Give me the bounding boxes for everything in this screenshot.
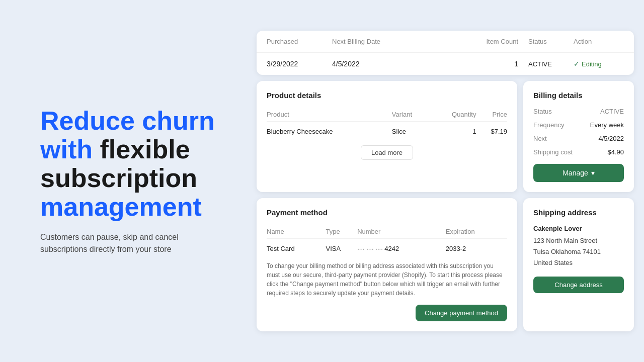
change-payment-button[interactable]: Change payment method <box>416 305 507 321</box>
billing-frequency-row: Frequency Every week <box>533 121 624 129</box>
payment-table: Name Type Number Expiration Test Card VI… <box>267 225 507 254</box>
col-price: Price <box>476 108 507 122</box>
product-variant: Slice <box>392 122 430 140</box>
hero-title: Reduce churn with flexible subscription … <box>40 107 221 222</box>
col-header-action: Action <box>574 38 624 45</box>
billing-status-row: Status ACTIVE <box>533 108 624 115</box>
product-name: Blueberry Cheesecake <box>267 122 392 140</box>
payment-name: Test Card <box>267 239 326 255</box>
hero-subtitle: Customers can pause, skip and cancel sub… <box>40 231 221 255</box>
billing-details-card: Billing details Status ACTIVE Frequency … <box>523 81 634 192</box>
billing-shipping-value: $4.90 <box>607 148 624 156</box>
billing-frequency-value: Every week <box>590 121 624 129</box>
hero-line1: Reduce churn <box>40 106 215 135</box>
hero-line2-dark: flexible <box>100 135 190 164</box>
subscription-header: Purchased Next Billing Date Item Count S… <box>257 31 634 53</box>
billing-next-row: Next 4/5/2022 <box>533 135 624 142</box>
col-header-status: Status <box>518 38 574 45</box>
payment-type: VISA <box>326 239 358 255</box>
bottom-grid: Payment method Name Type Number Expirati… <box>257 198 634 331</box>
subscription-card: Purchased Next Billing Date Item Count S… <box>257 31 634 75</box>
product-table: Product Variant Quantity Price Blueberry… <box>267 108 507 139</box>
shipping-street: 123 North Main Street <box>533 235 624 246</box>
col-number: Number <box>357 225 446 239</box>
product-row: Blueberry Cheesecake Slice 1 $7.19 <box>267 122 507 140</box>
sub-status: ACTIVE <box>518 60 574 68</box>
change-address-button[interactable]: Change address <box>533 277 624 293</box>
shipping-address-card: Shipping address Cakenpie Lover 123 Nort… <box>523 198 634 331</box>
payment-number: ···· ···· ···· 4242 <box>357 239 446 255</box>
product-quantity: 1 <box>430 122 476 140</box>
hero-line2-blue: with <box>40 135 93 164</box>
col-header-count: Item Count <box>468 38 518 45</box>
payment-expiration: 2033-2 <box>446 239 507 255</box>
manage-button[interactable]: Manage ▾ <box>533 164 624 182</box>
sub-purchased: 3/29/2022 <box>267 60 332 68</box>
shipping-city-state: Tulsa Oklahoma 74101 <box>533 246 624 257</box>
col-product: Product <box>267 108 392 122</box>
check-icon: ✓ <box>574 60 580 68</box>
col-variant: Variant <box>392 108 430 122</box>
sub-item-count: 1 <box>468 60 518 68</box>
col-type: Type <box>326 225 358 239</box>
product-details-title: Product details <box>267 91 507 100</box>
main-grid: Product details Product Variant Quantity… <box>257 81 634 192</box>
billing-details-title: Billing details <box>533 91 624 100</box>
sub-action: ✓ Editing <box>574 60 624 68</box>
billing-status-value: ACTIVE <box>600 108 624 115</box>
subscription-row: 3/29/2022 4/5/2022 1 ACTIVE ✓ Editing <box>257 53 634 75</box>
payment-row: Test Card VISA ···· ···· ···· 4242 2033-… <box>267 239 507 255</box>
left-panel: Reduce churn with flexible subscription … <box>0 76 252 286</box>
load-more-button[interactable]: Load more <box>361 145 413 160</box>
payment-method-card: Payment method Name Type Number Expirati… <box>257 198 517 331</box>
billing-frequency-label: Frequency <box>533 121 564 129</box>
shipping-country: United States <box>533 257 624 268</box>
col-expiration: Expiration <box>446 225 507 239</box>
shipping-address-lines: 123 North Main Street Tulsa Oklahoma 741… <box>533 235 624 268</box>
right-panel: Purchased Next Billing Date Item Count S… <box>252 21 644 341</box>
payment-note: To change your billing method or billing… <box>267 261 507 298</box>
shipping-name: Cakenpie Lover <box>533 225 624 232</box>
billing-next-label: Next <box>533 135 547 142</box>
billing-shipping-label: Shipping cost <box>533 148 573 156</box>
col-name: Name <box>267 225 326 239</box>
col-header-billing: Next Billing Date <box>332 38 468 45</box>
payment-method-title: Payment method <box>267 208 507 217</box>
hero-line4: management <box>40 192 202 221</box>
billing-next-value: 4/5/2022 <box>598 135 624 142</box>
product-details-card: Product details Product Variant Quantity… <box>257 81 517 192</box>
billing-shipping-row: Shipping cost $4.90 <box>533 148 624 156</box>
sub-next-billing: 4/5/2022 <box>332 60 468 68</box>
hero-line3: subscription <box>40 163 197 193</box>
billing-status-label: Status <box>533 108 552 115</box>
product-price: $7.19 <box>476 122 507 140</box>
col-quantity: Quantity <box>430 108 476 122</box>
shipping-address-title: Shipping address <box>533 208 624 217</box>
col-header-purchased: Purchased <box>267 38 332 45</box>
